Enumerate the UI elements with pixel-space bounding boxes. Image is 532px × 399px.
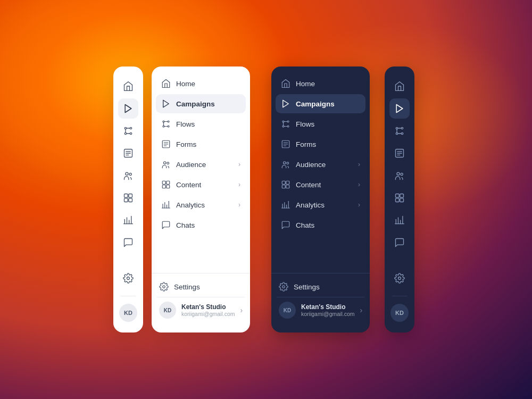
dark-sidebar-icon-chats[interactable] — [389, 232, 410, 253]
svg-rect-56 — [282, 185, 285, 188]
dark-exp-item-flows[interactable]: Flows — [276, 114, 365, 134]
sidebar-icon-forms[interactable] — [118, 143, 138, 163]
exp-item-chats[interactable]: Chats — [156, 215, 246, 235]
dark-icon-sidebar: KD — [385, 66, 414, 332]
dark-sidebar-icon-analytics[interactable] — [389, 210, 410, 230]
svg-point-59 — [282, 286, 285, 288]
sidebar-icon-audience[interactable] — [118, 165, 138, 186]
sidebar-icon-campaigns[interactable] — [118, 98, 138, 119]
dark-settings-label: Settings — [294, 283, 362, 291]
dark-exp-item-forms[interactable]: Forms — [276, 135, 365, 154]
svg-point-53 — [287, 162, 289, 164]
dark-sidebar-icon-content[interactable] — [389, 188, 410, 208]
exp-label-analytics: Analytics — [176, 201, 233, 209]
svg-point-52 — [284, 162, 286, 164]
dark-exp-label-flows: Flows — [296, 120, 360, 128]
sidebar-icon-chats[interactable] — [118, 232, 138, 253]
svg-rect-16 — [124, 198, 128, 202]
light-user-row[interactable]: KD Ketan's Studio koriigami@gmail.com › — [157, 297, 245, 323]
svg-point-32 — [164, 162, 167, 164]
dark-settings-row[interactable]: Settings — [277, 278, 364, 296]
svg-point-72 — [397, 172, 400, 175]
dark-exp-item-chats[interactable]: Chats — [276, 215, 365, 235]
exp-item-flows[interactable]: Flows — [156, 114, 246, 134]
svg-rect-57 — [286, 185, 289, 188]
dark-avatar-small[interactable]: KD — [390, 304, 409, 322]
dark-user-info: Ketan's Studio koriigami@gmail.com — [301, 303, 355, 317]
dark-sidebar-icon-forms[interactable] — [389, 143, 410, 163]
dark-exp-label-analytics: Analytics — [296, 201, 353, 209]
svg-rect-34 — [162, 181, 165, 184]
dark-exp-item-content[interactable]: Content › — [276, 175, 365, 194]
light-avatar-med: KD — [159, 302, 176, 319]
sidebar-icon-home[interactable] — [118, 76, 138, 96]
light-settings-label: Settings — [174, 283, 243, 291]
exp-label-content: Content — [176, 181, 233, 189]
light-icon-sidebar: KD — [113, 66, 143, 332]
dark-exp-item-campaigns[interactable]: Campaigns — [276, 94, 365, 113]
dark-exp-item-analytics[interactable]: Analytics › — [276, 195, 365, 214]
dark-sidebar-group: Home Campaigns Flows Forms Audience — [267, 66, 419, 332]
sidebar-icon-content[interactable] — [118, 188, 138, 208]
dark-sidebar-icon-campaigns[interactable] — [389, 98, 410, 119]
dark-exp-label-content: Content — [296, 181, 353, 189]
exp-label-campaigns: Campaigns — [176, 100, 240, 108]
light-settings-row[interactable]: Settings — [157, 278, 245, 296]
light-user-info: Ketan's Studio koriigami@gmail.com — [181, 303, 235, 317]
exp-item-analytics[interactable]: Analytics › — [156, 195, 246, 214]
svg-marker-40 — [283, 100, 289, 107]
svg-marker-60 — [396, 105, 403, 113]
dark-exp-label-chats: Chats — [296, 221, 360, 229]
light-user-name: Ketan's Studio — [181, 303, 235, 311]
dark-icon-nav — [389, 74, 410, 268]
dark-sidebar-icon-settings[interactable] — [389, 268, 410, 288]
light-avatar-small[interactable]: KD — [119, 304, 137, 322]
light-exp-nav: Home Campaigns Flows Forms Audience — [152, 72, 250, 273]
light-expanded-sidebar: Home Campaigns Flows Forms Audience — [152, 66, 250, 332]
dark-exp-label-audience: Audience — [296, 161, 353, 169]
dark-expanded-sidebar: Home Campaigns Flows Forms Audience — [271, 66, 370, 332]
exp-item-content[interactable]: Content › — [156, 175, 246, 194]
dark-sidebar-icon-audience[interactable] — [389, 165, 410, 186]
dark-user-row[interactable]: KD Ketan's Studio koriigami@gmail.com › — [277, 297, 364, 323]
svg-rect-54 — [282, 181, 285, 184]
dark-exp-item-audience[interactable]: Audience › — [276, 155, 365, 174]
exp-label-flows: Flows — [176, 120, 240, 128]
dark-user-name: Ketan's Studio — [301, 303, 355, 311]
svg-rect-37 — [167, 185, 170, 188]
exp-item-audience[interactable]: Audience › — [156, 155, 246, 174]
exp-item-campaigns[interactable]: Campaigns — [156, 94, 246, 113]
dark-exp-footer: Settings KD Ketan's Studio koriigami@gma… — [271, 273, 370, 327]
svg-marker-20 — [163, 100, 169, 107]
dark-exp-label-campaigns: Campaigns — [296, 100, 360, 108]
light-user-email: koriigami@gmail.com — [181, 311, 235, 317]
svg-point-33 — [167, 162, 169, 164]
svg-rect-36 — [162, 185, 165, 188]
light-icon-footer: KD — [118, 268, 138, 325]
svg-rect-35 — [167, 181, 170, 184]
dark-exp-item-home[interactable]: Home — [276, 74, 365, 93]
svg-rect-15 — [129, 194, 132, 198]
dark-icon-divider — [392, 296, 407, 296]
svg-rect-17 — [129, 198, 132, 202]
light-icon-divider — [121, 296, 136, 296]
dark-user-email: koriigami@gmail.com — [301, 311, 355, 317]
analytics-chevron: › — [238, 201, 240, 209]
svg-rect-74 — [396, 194, 400, 198]
svg-point-73 — [401, 173, 403, 175]
sidebar-icon-settings[interactable] — [118, 268, 138, 288]
dark-analytics-chevron: › — [358, 201, 360, 209]
exp-label-forms: Forms — [176, 140, 240, 148]
sidebar-icon-analytics[interactable] — [118, 210, 138, 230]
exp-item-forms[interactable]: Forms — [156, 135, 246, 154]
light-exp-footer: Settings KD Ketan's Studio koriigami@gma… — [152, 273, 250, 327]
svg-point-39 — [163, 286, 165, 288]
exp-label-chats: Chats — [176, 221, 240, 229]
dark-sidebar-icon-flows[interactable] — [389, 121, 410, 141]
content-chevron: › — [238, 181, 240, 188]
svg-point-19 — [127, 277, 130, 280]
sidebar-icon-flows[interactable] — [118, 121, 138, 141]
dark-sidebar-icon-home[interactable] — [389, 76, 410, 96]
light-icon-nav — [118, 74, 138, 268]
exp-item-home[interactable]: Home — [156, 74, 246, 93]
